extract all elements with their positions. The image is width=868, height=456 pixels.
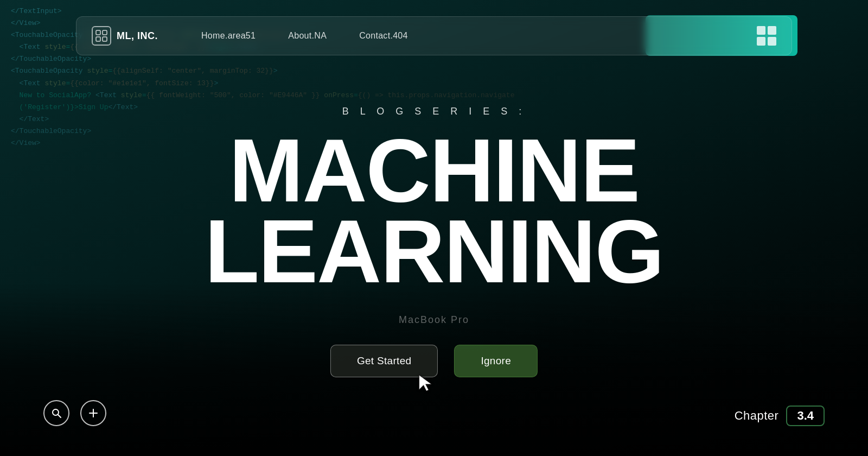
nav-link-home[interactable]: Home.area51: [201, 31, 256, 41]
nav-logo[interactable]: ML, INC.: [92, 26, 158, 46]
svg-rect-0: [96, 30, 100, 35]
navbar: ML, INC. Home.area51 About.NA Contact.40…: [76, 16, 792, 55]
chapter-section: Chapter 3.4: [735, 406, 825, 426]
grid-cell-3: [757, 37, 765, 46]
nav-link-about[interactable]: About.NA: [288, 31, 327, 41]
nav-links: Home.area51 About.NA Contact.404: [201, 31, 757, 41]
chapter-number: 3.4: [786, 406, 825, 426]
logo-text: ML, INC.: [117, 30, 158, 42]
svg-rect-3: [103, 37, 107, 41]
plus-icon-button[interactable]: [80, 400, 106, 426]
nav-link-contact[interactable]: Contact.404: [359, 31, 408, 41]
grid-menu-icon[interactable]: [757, 26, 776, 46]
grid-cell-4: [768, 37, 776, 46]
logo-icon: [92, 26, 111, 46]
ignore-button[interactable]: Ignore: [454, 345, 538, 377]
svg-rect-2: [96, 37, 100, 41]
blog-series-label: B L O G S E R I E S :: [342, 106, 526, 117]
bottom-left-icons: [43, 400, 106, 426]
get-started-button[interactable]: Get Started: [330, 345, 438, 377]
svg-line-5: [58, 415, 61, 417]
search-icon-button[interactable]: [43, 400, 69, 426]
cta-buttons: Get Started Ignore: [330, 345, 538, 377]
grid-cell-2: [768, 26, 776, 35]
svg-rect-1: [103, 30, 107, 35]
grid-cell-1: [757, 26, 765, 35]
nav-right: [757, 26, 776, 46]
chapter-label: Chapter: [735, 409, 779, 423]
